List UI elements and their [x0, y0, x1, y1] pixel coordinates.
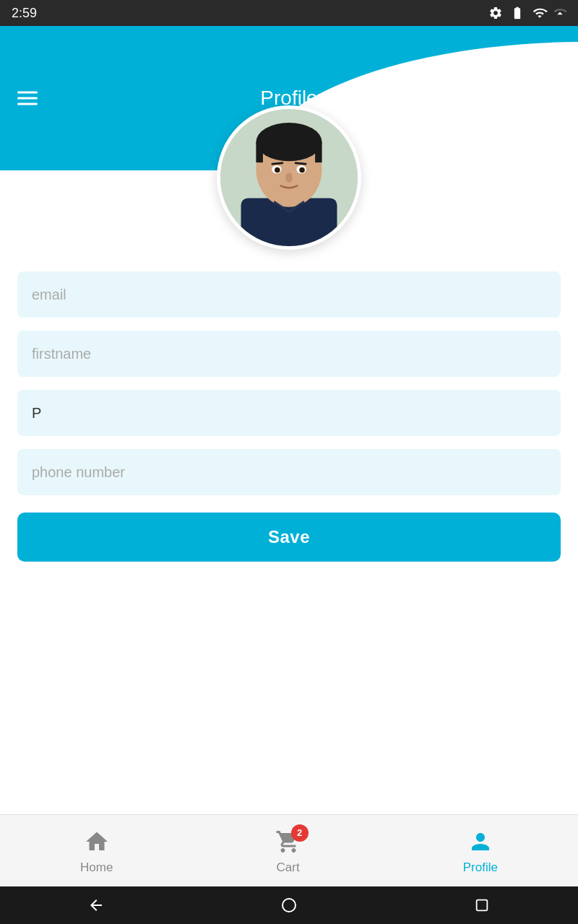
settings-icon	[488, 6, 503, 20]
svg-rect-6	[315, 142, 322, 163]
wifi-icon	[532, 6, 548, 20]
nav-home-label: Home	[80, 860, 113, 875]
nav-profile-label: Profile	[463, 860, 498, 875]
svg-rect-15	[476, 900, 487, 911]
menu-button[interactable]	[17, 92, 38, 105]
form-section: Save	[0, 250, 578, 576]
status-bar: 2:59	[0, 0, 578, 26]
svg-point-14	[282, 899, 296, 912]
avatar-section	[0, 105, 578, 250]
nav-item-cart[interactable]: 2 Cart	[274, 827, 303, 875]
svg-point-10	[299, 167, 305, 173]
phone-input[interactable]	[17, 449, 561, 495]
svg-point-9	[275, 167, 280, 173]
nav-cart-label: Cart	[277, 860, 300, 875]
recents-button[interactable]	[469, 892, 495, 918]
cart-badge: 2	[291, 824, 309, 842]
profile-icon	[466, 827, 495, 856]
email-input[interactable]	[17, 271, 561, 318]
home-icon	[82, 827, 111, 856]
firstname-input[interactable]	[17, 331, 561, 377]
svg-point-13	[285, 173, 293, 182]
status-icons	[488, 6, 566, 20]
svg-point-4	[256, 123, 322, 161]
signal-icon	[553, 6, 566, 20]
cart-icon: 2	[274, 827, 303, 856]
lastname-input[interactable]	[17, 390, 561, 436]
avatar-image	[220, 109, 358, 246]
bottom-nav: Home 2 Cart Profile	[0, 814, 578, 886]
nav-item-home[interactable]: Home	[80, 827, 113, 875]
nav-item-profile[interactable]: Profile	[463, 827, 498, 875]
android-nav-bar	[0, 886, 578, 924]
save-button[interactable]: Save	[17, 513, 561, 562]
status-time: 2:59	[12, 6, 37, 21]
svg-rect-5	[256, 142, 263, 163]
battery-icon	[509, 6, 526, 20]
home-button[interactable]	[276, 892, 302, 918]
avatar[interactable]	[217, 105, 361, 250]
back-button[interactable]	[83, 892, 109, 918]
